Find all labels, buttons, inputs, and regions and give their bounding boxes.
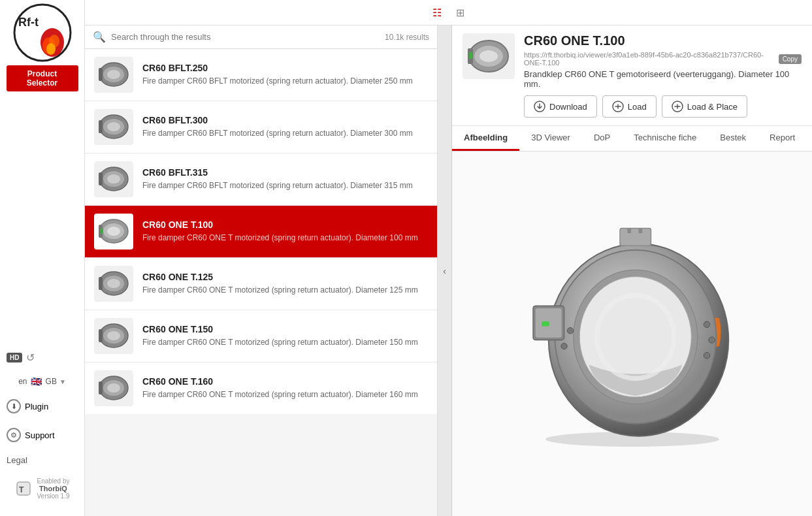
list-item[interactable]: CR60 BFLT.300 Fire damper CR60 BFLT moto… xyxy=(85,101,437,153)
product-description: Fire damper CR60 BFLT motorized (spring … xyxy=(142,180,428,191)
svg-rect-52 xyxy=(542,321,549,327)
detail-thumbnail-image xyxy=(466,37,512,76)
svg-point-60 xyxy=(704,353,710,359)
language-suffix: GB xyxy=(46,377,57,386)
list-view-button[interactable]: ☷ xyxy=(428,5,446,20)
detail-url-text: https://rft.thorbiq.io/viewer/e3f0a1eb-8… xyxy=(524,51,775,67)
product-info: CR60 BFLT.315 Fire damper CR60 BFLT moto… xyxy=(142,167,428,191)
product-thumbnail-image xyxy=(97,321,130,351)
product-info: CR60 BFLT.300 Fire damper CR60 BFLT moto… xyxy=(142,115,428,139)
copy-url-button[interactable]: Copy xyxy=(779,54,802,64)
detail-image-area xyxy=(452,152,812,516)
svg-text:Rf-t: Rf-t xyxy=(18,16,39,29)
tab-3d-viewer[interactable]: 3D Viewer xyxy=(519,126,582,151)
thorbiq-area: T Enabled by ThorbiQ Version 1.9 xyxy=(11,474,73,503)
support-button[interactable]: ⚙ Support xyxy=(0,424,84,446)
sidebar-bottom: HD ↺ en 🇬🇧 GB ▼ ⬇ Plugin ⚙ Support Legal… xyxy=(0,347,84,509)
detail-tabs: Afbeelding 3D Viewer DoP Technische fich… xyxy=(452,126,812,152)
search-bar: 🔍 10.1k results xyxy=(85,25,437,49)
flag-icon: 🇬🇧 xyxy=(30,377,43,386)
list-item[interactable]: CR60 ONE T.150 Fire damper CR60 ONE T mo… xyxy=(85,310,437,363)
product-description: Fire damper CR60 ONE T motorized (spring… xyxy=(142,389,428,400)
svg-point-5 xyxy=(46,43,56,55)
svg-point-57 xyxy=(560,343,567,349)
product-name: CR60 ONE T.100 xyxy=(142,219,428,230)
product-thumbnail-image xyxy=(97,269,130,298)
refresh-icon[interactable]: ↺ xyxy=(26,351,35,364)
svg-point-56 xyxy=(567,328,574,334)
product-selector-button[interactable]: Product Selector xyxy=(7,65,78,91)
tab-bestek[interactable]: Bestek xyxy=(708,126,758,151)
product-description: Fire damper CR60 ONE T motorized (spring… xyxy=(142,285,428,296)
product-thumbnail xyxy=(94,370,133,406)
svg-point-18 xyxy=(107,174,120,184)
language-selector[interactable]: en 🇬🇧 GB ▼ xyxy=(12,374,73,389)
collapse-panel-button[interactable]: ‹ xyxy=(438,25,452,516)
svg-rect-15 xyxy=(99,120,103,133)
svg-rect-55 xyxy=(638,229,642,234)
svg-rect-11 xyxy=(99,68,103,81)
product-info: CR60 ONE T.160 Fire damper CR60 ONE T mo… xyxy=(142,376,428,400)
list-item[interactable]: CR60 ONE T.125 Fire damper CR60 ONE T mo… xyxy=(85,258,437,310)
svg-point-59 xyxy=(708,337,715,344)
svg-rect-54 xyxy=(627,229,631,234)
load-label: Load xyxy=(628,102,647,112)
svg-rect-41 xyxy=(469,52,472,59)
download-label: Download xyxy=(549,102,587,112)
chevron-left-icon: ‹ xyxy=(443,266,446,276)
search-icon: 🔍 xyxy=(93,31,106,43)
load-button[interactable]: Load xyxy=(602,95,657,118)
plugin-button[interactable]: ⬇ Plugin xyxy=(0,395,84,417)
product-list: CR60 BFLT.250 Fire damper CR60 BFLT moto… xyxy=(85,49,437,516)
svg-rect-28 xyxy=(99,277,103,290)
product-description: Fire damper CR60 ONE T motorized (spring… xyxy=(142,233,428,244)
load-place-button[interactable]: Load & Place xyxy=(662,95,747,118)
detail-panel: CR60 ONE T.100 https://rft.thorbiq.io/vi… xyxy=(452,25,812,516)
grid-view-button[interactable]: ⊞ xyxy=(451,5,470,20)
support-icon: ⚙ xyxy=(7,428,21,442)
product-thumbnail xyxy=(94,214,133,250)
tab-technische-fiche[interactable]: Technische fiche xyxy=(622,126,708,151)
product-info: CR60 BFLT.250 Fire damper CR60 BFLT moto… xyxy=(142,63,428,87)
tab-report[interactable]: Report xyxy=(758,126,807,151)
detail-header: CR60 ONE T.100 https://rft.thorbiq.io/vi… xyxy=(452,25,812,126)
detail-url-row: https://rft.thorbiq.io/viewer/e3f0a1eb-8… xyxy=(524,51,802,67)
svg-rect-36 xyxy=(99,381,103,395)
legal-button[interactable]: Legal xyxy=(0,453,84,468)
load-place-label: Load & Place xyxy=(687,102,738,112)
plugin-label: Plugin xyxy=(25,402,48,411)
top-toolbar: ☷ ⊞ xyxy=(85,0,812,25)
list-item[interactable]: CR60 BFLT.250 Fire damper CR60 BFLT moto… xyxy=(85,49,437,101)
tab-afbeelding[interactable]: Afbeelding xyxy=(452,126,519,151)
language-code: en xyxy=(18,377,27,386)
svg-point-58 xyxy=(704,321,710,328)
svg-text:T: T xyxy=(19,485,24,494)
detail-title: CR60 ONE T.100 xyxy=(524,33,802,48)
svg-point-27 xyxy=(107,279,120,288)
product-name: CR60 ONE T.160 xyxy=(142,376,428,387)
search-input[interactable] xyxy=(111,32,380,42)
results-count: 10.1k results xyxy=(385,33,429,42)
thorbiq-enabled-label: Enabled by xyxy=(37,477,69,485)
tab-dop[interactable]: DoP xyxy=(582,126,622,151)
hd-control[interactable]: HD ↺ xyxy=(0,347,84,368)
svg-point-14 xyxy=(107,122,120,131)
product-description: Fire damper CR60 BFLT motorized (spring … xyxy=(142,76,428,87)
list-item[interactable]: CR60 ONE T.160 Fire damper CR60 ONE T mo… xyxy=(85,363,437,414)
list-item[interactable]: CR60 BFLT.315 Fire damper CR60 BFLT moto… xyxy=(85,153,437,206)
product-name: CR60 BFLT.300 xyxy=(142,115,428,125)
svg-point-10 xyxy=(107,70,120,79)
logo-icon: Rf-t xyxy=(13,3,72,62)
product-thumbnail xyxy=(94,109,133,145)
list-item-selected[interactable]: CR60 ONE T.100 Fire damper CR60 ONE T mo… xyxy=(85,206,437,258)
product-name: CR60 BFLT.315 xyxy=(142,167,428,178)
svg-rect-24 xyxy=(101,229,103,234)
product-list-panel: 🔍 10.1k results xyxy=(85,25,438,516)
svg-rect-32 xyxy=(99,329,103,342)
svg-rect-53 xyxy=(620,229,651,246)
svg-rect-19 xyxy=(99,172,103,185)
detail-thumbnail xyxy=(463,33,515,79)
download-button[interactable]: Download xyxy=(524,95,597,118)
product-thumbnail-image xyxy=(97,60,130,89)
product-thumbnail xyxy=(94,161,133,197)
